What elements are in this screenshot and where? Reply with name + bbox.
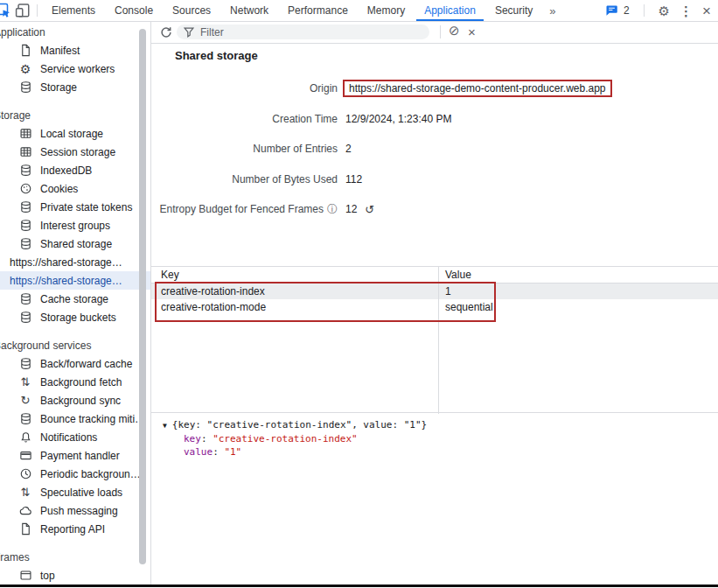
more-tabs-button[interactable]: » [542, 4, 562, 18]
sidebar-item-label: Service workers [40, 63, 115, 75]
grid-icon [18, 127, 32, 141]
tab-memory[interactable]: Memory [359, 0, 413, 21]
sidebar-item-cache-storage[interactable]: Cache storage [0, 290, 150, 308]
sidebar-item-service-workers[interactable]: ⚙Service workers [0, 60, 150, 78]
updown-icon: ⇅ [18, 375, 32, 389]
sidebar-item-label: https://shared-storage… [10, 275, 122, 287]
sidebar-item-private-state-tokens[interactable]: Private state tokens [0, 198, 150, 216]
sidebar-item-label: Notifications [40, 431, 97, 444]
close-devtools-icon[interactable]: × [702, 4, 711, 18]
sidebar-item-label: Background fetch [40, 376, 122, 388]
sidebar-item-label: Private state tokens [40, 201, 132, 214]
tab-performance[interactable]: Performance [280, 0, 356, 21]
tabbar-separator-2 [644, 4, 645, 17]
sidebar-item-storage-buckets[interactable]: Storage buckets [0, 308, 150, 326]
database-icon [18, 164, 32, 178]
sidebar-item-bounce-tracking-miti[interactable]: Bounce tracking miti… [0, 410, 150, 428]
tab-elements[interactable]: Elements [44, 0, 103, 21]
device-toolbar-icon[interactable] [13, 1, 32, 20]
property-name: key [184, 433, 213, 444]
sidebar-item-https-shared-storage-7[interactable]: https://shared-storage… [0, 253, 150, 271]
sidebar-item-shared-storage[interactable]: Shared storage [0, 234, 150, 253]
sidebar-item-https-shared-storage-8[interactable]: https://shared-storage… [0, 271, 150, 290]
sidebar-item-label: Interest groups [40, 220, 110, 232]
service-worker-icon: ⚙ [18, 62, 32, 76]
tabbar-left-icons [0, 1, 42, 20]
key-value-grid: Key Value creative-rotation-index1creati… [151, 266, 718, 414]
tab-network[interactable]: Network [222, 0, 276, 21]
filter-input[interactable] [199, 25, 403, 39]
table-row-creative-rotation-mode[interactable]: creative-rotation-modesequential [151, 299, 718, 315]
sidebar-item-label: top [40, 570, 55, 582]
sidebar-item-speculative-loads[interactable]: ⇅Speculative loads [0, 483, 150, 501]
kebab-menu-icon[interactable]: ⋮ [680, 4, 693, 18]
field-origin: Originhttps://shared-storage-demo-conten… [151, 79, 718, 98]
section-application: ApplicationManifest⚙Service workersStora… [0, 24, 150, 96]
cloud-icon [18, 504, 32, 518]
column-header-value[interactable]: Value [438, 267, 718, 283]
tab-console[interactable]: Console [107, 0, 161, 21]
property-value: "1" [224, 446, 241, 458]
sidebar-item-notifications[interactable]: Notifications [0, 428, 150, 446]
field-label: Creation Time [151, 113, 338, 125]
expand-triangle-icon[interactable]: ▼ [163, 419, 167, 432]
sidebar-item-storage[interactable]: Storage [0, 78, 150, 96]
bell-icon [18, 430, 32, 444]
section-background-services: Background servicesBack/forward cache⇅Ba… [0, 338, 150, 538]
preview-summary-text: {key: "creative-rotation-index", value: … [172, 418, 427, 431]
sidebar-item-periodic-backgroun[interactable]: Periodic backgroun… [0, 465, 150, 483]
info-icon[interactable]: ⓘ [327, 203, 338, 215]
tab-application[interactable]: Application [416, 0, 484, 21]
devtools-window: ElementsConsoleSourcesNetworkPerformance… [0, 0, 718, 588]
inspect-element-icon[interactable] [0, 1, 13, 20]
frame-icon [18, 569, 32, 583]
sidebar-item-session-storage[interactable]: Session storage [0, 143, 150, 161]
field-value: 12/9/2024, 1:23:40 PM [345, 113, 451, 125]
column-header-key[interactable]: Key [151, 267, 438, 283]
settings-gear-icon[interactable]: ⚙ [659, 4, 670, 18]
sidebar-scrollbar[interactable] [139, 29, 146, 564]
property-name: value [184, 446, 224, 458]
cell-value: 1 [438, 284, 718, 299]
entry-preview-pane: ▼ {key: "creative-rotation-index", value… [151, 412, 718, 584]
filter-field [177, 24, 429, 39]
tab-sources[interactable]: Sources [164, 0, 219, 21]
field-label: Entropy Budget for Fenced Framesⓘ [151, 202, 338, 217]
sidebar-item-background-sync[interactable]: ↻Background sync [0, 391, 150, 410]
updown-icon: ⇅ [18, 486, 32, 500]
sidebar-item-back-forward-cache[interactable]: Back/forward cache [0, 354, 150, 373]
tab-security[interactable]: Security [487, 0, 540, 21]
refresh-icon[interactable] [159, 25, 173, 39]
database-icon [18, 292, 32, 306]
sidebar-item-label: Speculative loads [40, 486, 122, 499]
sidebar-item-manifest[interactable]: Manifest [0, 41, 150, 60]
card-icon [18, 449, 32, 463]
sidebar-item-label: Session storage [40, 146, 115, 158]
panel-tabs: ElementsConsoleSourcesNetworkPerformance… [42, 0, 542, 21]
sidebar-item-reporting-api[interactable]: Reporting API [0, 520, 150, 538]
sidebar-item-label: Manifest [40, 45, 80, 57]
cell-key: creative-rotation-mode [151, 299, 438, 315]
section-title-storage: Storage [0, 108, 150, 124]
sidebar-item-payment-handler[interactable]: Payment handler [0, 446, 150, 465]
database-icon [18, 219, 32, 233]
clock-icon [18, 467, 32, 481]
sidebar-item-push-messaging[interactable]: Push messaging [0, 501, 150, 520]
sidebar-item-interest-groups[interactable]: Interest groups [0, 216, 150, 234]
page-title: Shared storage [175, 49, 258, 62]
clear-all-button[interactable]: ⊘ [449, 24, 460, 37]
sidebar-item-cookies[interactable]: Cookies [0, 179, 150, 198]
section-title-frames: Frames [0, 550, 150, 566]
sidebar-item-top[interactable]: top [0, 566, 150, 584]
issues-count: 2 [624, 4, 630, 17]
field-entropy-budget-for-fenced-frames: Entropy Budget for Fenced Framesⓘ12↺ [151, 200, 718, 219]
metadata-report: Originhttps://shared-storage-demo-conten… [151, 79, 718, 230]
sidebar-item-local-storage[interactable]: Local storage [0, 124, 150, 143]
table-row-creative-rotation-index[interactable]: creative-rotation-index1 [151, 284, 718, 299]
sidebar-item-label: Payment handler [40, 450, 120, 462]
issues-counter[interactable]: 2 [605, 4, 630, 18]
reset-budget-icon[interactable]: ↺ [365, 204, 374, 215]
sidebar-item-background-fetch[interactable]: ⇅Background fetch [0, 373, 150, 391]
sidebar-item-indexeddb[interactable]: IndexedDB [0, 161, 150, 179]
delete-selected-button[interactable]: × [468, 24, 476, 41]
